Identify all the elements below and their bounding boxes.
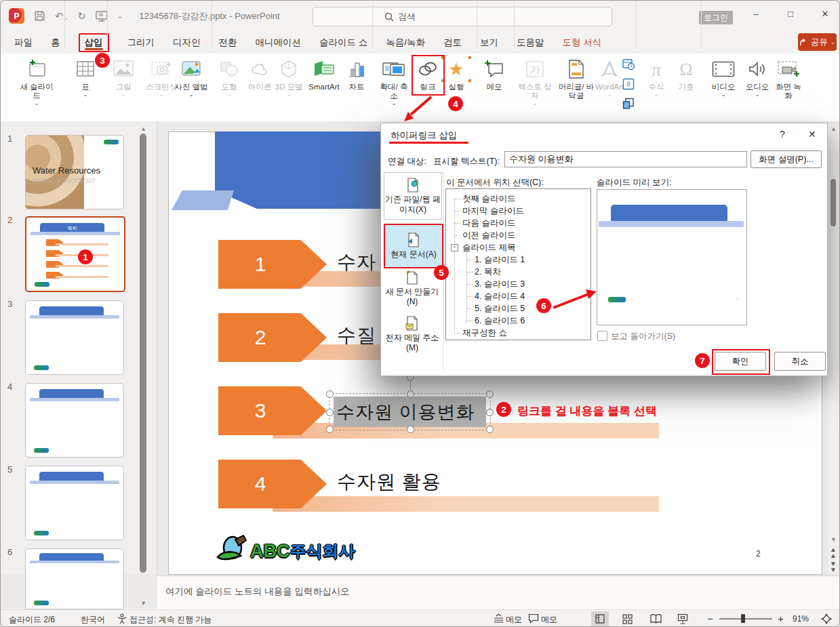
- resize-handle[interactable]: [326, 426, 334, 433]
- tree-item-slide-5[interactable]: 5. 슬라이드 5: [475, 303, 525, 315]
- tree-item-last-slide[interactable]: 마지막 슬라이드: [462, 205, 524, 217]
- zoom-slider-track[interactable]: [719, 618, 772, 620]
- notes-toggle[interactable]: 메모: [506, 614, 522, 626]
- tab-draw[interactable]: 그리기: [127, 37, 155, 49]
- row3-selected-text[interactable]: 수자원 이용변화: [334, 397, 486, 427]
- thumbnail-slide-4[interactable]: [25, 383, 124, 458]
- normal-view-button-selected[interactable]: [591, 611, 609, 626]
- tree-item-slide-titles[interactable]: − 슬라이드 제목: [462, 242, 515, 254]
- tree-item-custom-shows[interactable]: 재구성한 쇼: [462, 327, 507, 339]
- header-footer-button[interactable]: 머리글/ 바닥글: [557, 58, 596, 100]
- tab-shape-format[interactable]: 도형 서식: [563, 37, 602, 49]
- link-to-existing-file[interactable]: 기존 파일/웹 페이지(X): [384, 172, 442, 220]
- thumbnail-slide-1[interactable]: Water Resources Water Resources: [25, 135, 124, 209]
- zoom-in-button[interactable]: +: [778, 613, 784, 624]
- symbol-button[interactable]: Ω 기호: [672, 58, 700, 92]
- tree-item-first-slide[interactable]: 첫째 슬라이드: [462, 193, 515, 205]
- icons-button[interactable]: 아이콘: [243, 58, 277, 92]
- tab-animations[interactable]: 애니메이션: [256, 37, 302, 49]
- thumb-scroll-up-icon[interactable]: ▲: [140, 125, 146, 132]
- row1-text[interactable]: 수자: [337, 249, 376, 275]
- tab-insert[interactable]: 삽입: [79, 33, 109, 52]
- document-place-tree[interactable]: 첫째 슬라이드 마지막 슬라이드 다음 슬라이드 이전 슬라이드 − 슬라이드 …: [445, 188, 591, 340]
- object-icon[interactable]: [622, 97, 635, 110]
- tab-record[interactable]: 녹음/녹화: [386, 37, 425, 49]
- textbox-button[interactable]: 가 텍스트 상자⌄: [517, 58, 553, 106]
- resize-handle[interactable]: [326, 390, 334, 398]
- tree-item-slide-4[interactable]: 4. 슬라이드 4: [475, 291, 525, 302]
- tree-item-next-slide[interactable]: 다음 슬라이드: [462, 218, 515, 229]
- 3d-models-button[interactable]: 3D 모델⌄: [273, 58, 304, 97]
- tab-view[interactable]: 보기: [480, 37, 498, 49]
- audio-button[interactable]: 오디오⌄: [741, 58, 774, 97]
- shapes-button[interactable]: 도형⌄: [213, 58, 245, 97]
- reading-view-button[interactable]: [650, 614, 662, 624]
- smartart-button[interactable]: SmartArt: [304, 58, 344, 92]
- tree-item-slide-2[interactable]: 2. 목차: [475, 266, 501, 278]
- photo-album-button[interactable]: 사진 앨범⌄: [174, 58, 208, 97]
- slide-indicator[interactable]: 슬라이드 2/6: [9, 614, 55, 626]
- picture-button[interactable]: 그림⌄: [106, 58, 141, 97]
- thumbnail-scrollbar[interactable]: [140, 134, 146, 573]
- zoom-out-button[interactable]: −: [707, 613, 713, 624]
- previous-slide-button[interactable]: ▲▲: [830, 546, 837, 559]
- powerpoint-logo-icon[interactable]: P: [9, 8, 24, 24]
- slide-sorter-view-button[interactable]: [622, 614, 633, 624]
- resize-handle[interactable]: [407, 426, 414, 433]
- accessibility-status[interactable]: 접근성: 계속 진행 가능: [129, 614, 212, 626]
- qat-customize-icon[interactable]: ⌄: [117, 12, 123, 20]
- search-input[interactable]: 검색: [313, 7, 612, 26]
- slide-number-icon[interactable]: #: [622, 77, 635, 91]
- thumbnail-slide-5[interactable]: [25, 466, 124, 540]
- screentip-button[interactable]: 화면 설명(P)...: [751, 150, 822, 168]
- date-time-icon[interactable]: [622, 58, 635, 71]
- tab-transitions[interactable]: 전환: [219, 37, 237, 49]
- tab-home[interactable]: 홈: [51, 37, 60, 49]
- resize-handle[interactable]: [326, 409, 334, 416]
- canvas-scrollbar-thumb[interactable]: [831, 179, 836, 226]
- fit-slide-to-window-button[interactable]: [821, 613, 832, 624]
- tree-collapse-icon[interactable]: −: [451, 244, 458, 251]
- comment-button[interactable]: 메모: [478, 58, 511, 92]
- slideshow-view-button[interactable]: [677, 613, 688, 624]
- dialog-help-button[interactable]: ?: [780, 129, 785, 140]
- language-indicator[interactable]: 한국어: [81, 614, 105, 626]
- start-slideshow-icon[interactable]: [96, 11, 108, 22]
- canvas-scroll-down-icon[interactable]: ▼: [831, 536, 837, 543]
- save-icon[interactable]: [34, 10, 45, 22]
- zoom-level[interactable]: 91%: [793, 614, 809, 624]
- tab-review[interactable]: 검토: [443, 37, 462, 49]
- close-button[interactable]: ✕: [810, 1, 840, 26]
- tab-design[interactable]: 디자인: [173, 37, 201, 49]
- tab-slideshow[interactable]: 슬라이드 쇼: [319, 37, 367, 49]
- chart-button[interactable]: 차트: [343, 58, 370, 92]
- resize-handle[interactable]: [486, 409, 494, 416]
- minimize-button[interactable]: –: [741, 1, 771, 26]
- row2-text[interactable]: 수질: [337, 323, 376, 348]
- row4-text[interactable]: 수자원 활용: [337, 469, 441, 495]
- tree-item-previous-slide[interactable]: 이전 슬라이드: [462, 230, 515, 241]
- zoom-slider-thumb[interactable]: [741, 614, 745, 623]
- screen-recording-button[interactable]: 화면 녹화: [772, 58, 805, 100]
- thumbnail-slide-3[interactable]: [25, 300, 124, 375]
- dialog-close-button[interactable]: ✕: [808, 129, 816, 140]
- undo-icon[interactable]: ↶⌄: [55, 10, 68, 22]
- maximize-button[interactable]: □: [776, 1, 805, 26]
- show-and-return-checkbox[interactable]: [597, 331, 607, 341]
- new-slide-button[interactable]: 새 슬라이드⌄: [17, 58, 56, 106]
- tree-item-slide-6[interactable]: 6. 슬라이드 6: [475, 315, 525, 327]
- redo-icon[interactable]: ↻: [77, 10, 86, 22]
- notes-pane[interactable]: 여기에 슬라이드 노트의 내용을 입력하십시오: [157, 575, 840, 610]
- cancel-button[interactable]: 취소: [774, 352, 826, 371]
- comments-toggle[interactable]: 메모: [541, 614, 557, 626]
- resize-handle[interactable]: [486, 390, 494, 398]
- row3-selection-box[interactable]: 수자원 이용변화: [329, 393, 491, 430]
- tab-help[interactable]: 도움말: [517, 37, 544, 49]
- display-text-input[interactable]: 수자원 이용변화: [504, 151, 747, 167]
- thumbnail-slide-6[interactable]: [25, 548, 124, 609]
- video-button[interactable]: 비디오⌄: [707, 58, 740, 97]
- thumb-scroll-down-icon[interactable]: ▼: [140, 600, 146, 607]
- link-to-email-address[interactable]: 전자 메일 주소(M): [384, 313, 441, 355]
- link-to-place-in-document-selected[interactable]: 현재 문서(A): [384, 224, 443, 268]
- tree-item-slide-1[interactable]: 1. 슬라이드 1: [475, 254, 525, 266]
